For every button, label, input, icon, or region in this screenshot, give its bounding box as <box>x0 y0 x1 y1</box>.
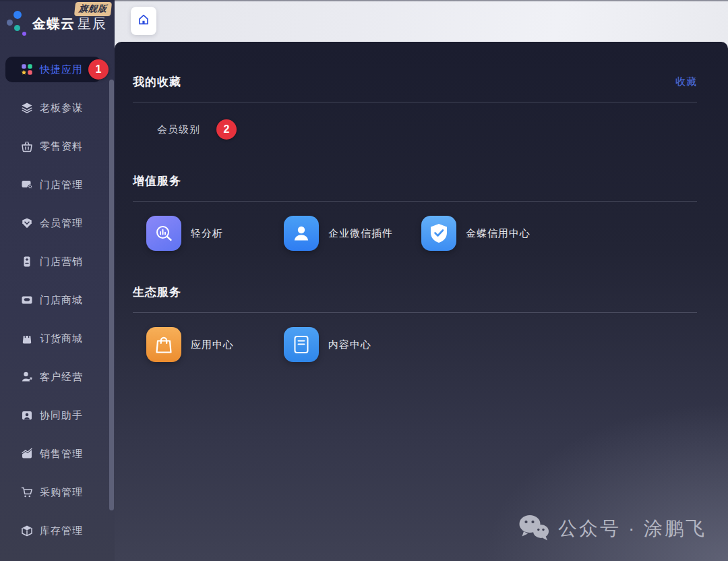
sidebar-menu: 快捷应用 1 老板参谋 零售资料 <box>0 57 115 556</box>
main-panel: 我的收藏 收藏 会员级别 2 增值服务 <box>115 42 728 561</box>
divider <box>133 312 697 313</box>
watermark-text: 公众号 · 涂鹏飞 <box>558 516 706 541</box>
value-added-section: 增值服务 轻分析 <box>133 173 697 251</box>
sidebar-item-label: 门店管理 <box>40 179 83 191</box>
divider <box>133 201 697 202</box>
annotation-badge-1: 1 <box>88 59 109 80</box>
favorites-section: 我的收藏 收藏 会员级别 2 <box>133 74 697 140</box>
light-analysis-icon <box>146 216 181 251</box>
sidebar-item-quick-apps[interactable]: 快捷应用 1 <box>5 57 101 82</box>
tile-app-center[interactable]: 应用中心 <box>146 327 284 362</box>
brand-logo-icon <box>7 8 31 36</box>
storefront-icon <box>20 293 34 307</box>
tile-light-analysis[interactable]: 轻分析 <box>146 216 284 251</box>
sidebar-item-label: 老板参谋 <box>40 102 83 115</box>
basket-icon <box>20 140 34 153</box>
tile-label: 轻分析 <box>191 227 223 240</box>
sidebar-scrollbar[interactable] <box>109 80 114 510</box>
sidebar-item-collab-assistant[interactable]: 协同助手 <box>0 403 115 428</box>
favorites-manage-link[interactable]: 收藏 <box>675 76 697 88</box>
edition-badge: 旗舰版 <box>74 2 112 16</box>
sidebar-item-member-management[interactable]: 会员管理 <box>0 210 115 236</box>
sidebar-item-boss-advisor[interactable]: 老板参谋 <box>0 95 115 121</box>
sidebar-item-label: 销售管理 <box>40 448 83 461</box>
layers-icon <box>20 101 34 115</box>
divider <box>133 102 697 102</box>
brand-logo: 金蝶云星辰 旗舰版 <box>0 0 115 42</box>
favorites-title: 我的收藏 <box>133 74 181 90</box>
customer-icon <box>20 370 34 384</box>
sidebar-item-store-management[interactable]: 门店管理 <box>0 172 115 198</box>
sidebar-item-order-mall[interactable]: 订货商城 <box>0 326 115 351</box>
shopping-bag-icon <box>20 332 34 345</box>
sidebar: 金蝶云星辰 旗舰版 快捷应用 1 <box>0 0 115 561</box>
sidebar-item-label: 采购管理 <box>40 486 83 499</box>
tile-content-center[interactable]: 内容中心 <box>284 327 421 362</box>
store-camera-icon <box>20 178 34 191</box>
tile-label: 企业微信插件 <box>328 227 393 240</box>
brand-name-secondary: 星辰 <box>78 16 107 31</box>
brand-name: 金蝶云 <box>32 16 75 31</box>
sidebar-item-label: 门店商城 <box>40 294 83 307</box>
favorites-row: 会员级别 2 <box>133 119 697 140</box>
sidebar-item-customer-ops[interactable]: 客户经营 <box>0 364 115 390</box>
value-added-title: 增值服务 <box>133 173 181 189</box>
tile-label: 应用中心 <box>191 338 234 351</box>
sidebar-item-label: 会员管理 <box>40 217 83 230</box>
watermark: 公众号 · 涂鹏飞 <box>518 514 706 543</box>
id-card-icon <box>20 409 34 422</box>
sidebar-item-label: 零售资料 <box>40 140 83 153</box>
tile-label: 内容中心 <box>328 338 371 351</box>
sidebar-item-sales-management[interactable]: 销售管理 <box>0 441 115 467</box>
sidebar-item-label: 客户经营 <box>40 371 83 384</box>
credit-center-icon <box>421 216 456 251</box>
sidebar-item-store-mall[interactable]: 门店商城 <box>0 287 115 313</box>
ecosystem-section: 生态服务 应用中心 <box>133 285 697 362</box>
sidebar-item-label: 快捷应用 <box>40 63 83 76</box>
tile-wecom-plugin[interactable]: 企业微信插件 <box>284 216 421 251</box>
wecom-plugin-icon <box>284 216 319 251</box>
tile-label: 金蝶信用中心 <box>466 227 530 240</box>
annotation-badge-2: 2 <box>216 119 237 140</box>
sidebar-item-label: 库存管理 <box>40 525 83 537</box>
tile-credit-center[interactable]: 金蝶信用中心 <box>421 216 559 251</box>
sales-chart-icon <box>20 447 34 461</box>
topbar <box>115 0 728 42</box>
ecosystem-title: 生态服务 <box>133 285 181 300</box>
content-center-icon <box>284 327 319 362</box>
cube-icon <box>20 524 34 537</box>
apps-grid-icon <box>20 63 34 76</box>
sidebar-item-retail-data[interactable]: 零售资料 <box>0 134 115 159</box>
sidebar-item-store-marketing[interactable]: 门店营销 <box>0 249 115 274</box>
sidebar-item-label: 协同助手 <box>40 409 83 422</box>
app-center-icon <box>146 327 181 362</box>
sidebar-item-inventory-management[interactable]: 库存管理 <box>0 518 115 543</box>
tag-icon <box>20 255 34 268</box>
sidebar-item-label: 订货商城 <box>40 332 83 345</box>
wechat-icon <box>518 514 550 543</box>
sidebar-item-purchase-management[interactable]: 采购管理 <box>0 479 115 505</box>
home-icon <box>137 13 150 29</box>
sidebar-item-label: 门店营销 <box>40 256 83 268</box>
home-tab[interactable] <box>131 7 156 35</box>
window-top-edge <box>0 0 728 1</box>
member-badge-icon <box>20 216 34 230</box>
cart-icon <box>20 485 34 499</box>
favorite-item-member-level[interactable]: 会员级别 <box>157 123 200 136</box>
